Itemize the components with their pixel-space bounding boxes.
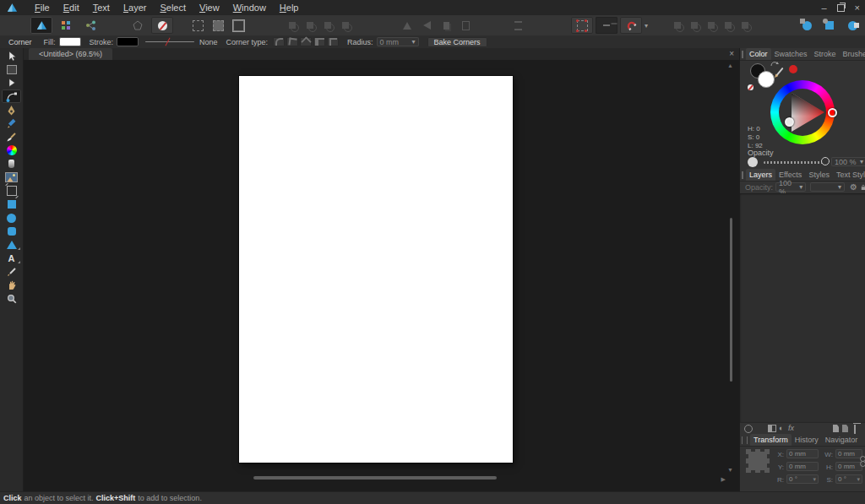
tab-layers[interactable]: Layers — [746, 169, 775, 181]
move-whole-pixels-button[interactable] — [596, 17, 617, 34]
pentagon-style-button[interactable] — [127, 17, 149, 34]
panel-grip[interactable] — [742, 436, 748, 444]
adjustment-icon[interactable]: ◐ — [779, 425, 783, 432]
tab-close-icon[interactable]: × — [729, 49, 734, 58]
canvas-area[interactable]: ▲ ▼ ▶ — [24, 60, 739, 491]
new-layer-icon[interactable] — [833, 425, 839, 432]
radius-input[interactable]: 0 mm▾ — [377, 37, 419, 46]
tool-pencil[interactable] — [0, 117, 23, 130]
fill-swatch[interactable] — [59, 37, 81, 46]
menu-text[interactable]: Text — [86, 3, 117, 13]
menu-file[interactable]: File — [28, 3, 57, 13]
tool-zoom[interactable] — [0, 292, 23, 306]
tool-rounded-rectangle[interactable] — [0, 225, 23, 238]
tool-node[interactable] — [0, 76, 23, 89]
opacity-color-swatch[interactable] — [748, 157, 758, 167]
scroll-down-icon[interactable]: ▼ — [727, 467, 733, 473]
insert-on-top-button[interactable] — [820, 17, 839, 34]
marquee-solid-button[interactable] — [210, 17, 226, 34]
scroll-up-icon[interactable]: ▲ — [727, 62, 733, 68]
fill-color-well[interactable] — [758, 71, 775, 88]
opacity-input[interactable]: 100 %▾ — [831, 157, 865, 166]
tool-vector-crop[interactable] — [0, 184, 23, 198]
vertical-scrollbar[interactable] — [730, 218, 732, 382]
link-dimensions-icon[interactable] — [860, 456, 865, 462]
opacity-slider-knob[interactable] — [821, 157, 830, 165]
tool-color-picker[interactable] — [0, 265, 23, 279]
insert-behind-button[interactable] — [797, 17, 816, 34]
new-group-icon[interactable] — [842, 425, 848, 432]
designer-persona-button[interactable] — [30, 17, 52, 34]
tool-vector-brush[interactable] — [0, 130, 23, 144]
tool-triangle[interactable] — [0, 238, 23, 252]
opacity-slider[interactable] — [764, 161, 824, 164]
tool-artboard[interactable] — [0, 62, 23, 76]
menu-help[interactable]: Help — [273, 3, 306, 13]
transform-cage-button[interactable] — [231, 17, 246, 34]
edit-all-layers-icon[interactable] — [744, 425, 753, 433]
tool-place-image[interactable] — [0, 171, 23, 184]
hue-selector[interactable] — [828, 108, 837, 117]
fx-icon[interactable]: fx — [788, 425, 794, 432]
menu-view[interactable]: View — [193, 3, 226, 13]
layers-list[interactable] — [740, 193, 865, 422]
delete-layer-icon[interactable] — [854, 425, 856, 434]
menu-window[interactable]: Window — [226, 3, 273, 13]
panel-grip[interactable] — [742, 51, 743, 58]
tab-text-styles[interactable]: Text Styles — [833, 169, 865, 181]
pixel-persona-button[interactable] — [55, 17, 77, 34]
tool-corner[interactable] — [2, 89, 21, 103]
tool-ellipse[interactable] — [0, 211, 23, 225]
transform-anchor-selector[interactable] — [748, 452, 767, 470]
tab-styles[interactable]: Styles — [805, 169, 833, 181]
panel-grip[interactable] — [742, 171, 743, 179]
scroll-right-icon[interactable]: ▶ — [721, 476, 726, 482]
sl-selector[interactable] — [785, 117, 794, 127]
tab-history[interactable]: History — [792, 434, 822, 446]
tool-pen[interactable] — [0, 103, 23, 117]
no-style-button[interactable] — [151, 17, 173, 34]
tool-move[interactable] — [0, 49, 23, 62]
menu-edit[interactable]: Edit — [57, 3, 86, 13]
tool-artistic-text[interactable]: A — [0, 252, 23, 265]
h-input[interactable]: 0 mm — [835, 462, 862, 471]
restore-button[interactable] — [837, 4, 845, 12]
horizontal-scrollbar[interactable] — [253, 476, 497, 480]
bake-corners-button[interactable]: Bake Corners — [427, 37, 487, 47]
tab-navigator[interactable]: Navigator — [822, 434, 862, 446]
tab-transform[interactable]: Transform — [750, 434, 792, 446]
document-page[interactable] — [239, 76, 513, 463]
menu-select[interactable]: Select — [153, 3, 193, 13]
picked-color-swatch[interactable] — [789, 65, 797, 73]
mask-layer-icon[interactable] — [768, 425, 776, 432]
tab-stroke[interactable]: Stroke — [811, 48, 840, 60]
y-input[interactable]: 0 mm — [786, 462, 819, 471]
tab-brushes[interactable]: Brushes — [840, 48, 865, 60]
w-input[interactable]: 0 mm — [835, 449, 862, 458]
blend-mode-input[interactable]: ▾ — [810, 182, 845, 192]
minimize-button[interactable]: – — [821, 3, 826, 13]
snapping-dropdown-caret[interactable]: ▾ — [645, 22, 648, 30]
lock-icon[interactable] — [861, 183, 865, 192]
marquee-grid-button[interactable] — [190, 17, 205, 34]
tool-view-hand[interactable] — [0, 279, 23, 292]
layers-opacity-input[interactable]: 100 %▾ — [775, 182, 806, 192]
tool-fill[interactable] — [0, 144, 23, 157]
insert-inside-button[interactable] — [843, 17, 862, 34]
shear-input[interactable]: 0 °▾ — [835, 474, 862, 484]
export-persona-button[interactable] — [79, 17, 101, 34]
color-triangle[interactable] — [779, 89, 826, 136]
tab-swatches[interactable]: Swatches — [771, 48, 811, 60]
swap-colors-icon[interactable] — [770, 61, 779, 69]
menu-layer[interactable]: Layer — [117, 3, 154, 13]
rotation-input[interactable]: 0 °▾ — [786, 474, 819, 484]
document-tab[interactable]: <Untitled> (69.5%) — [29, 48, 112, 60]
snapping-button[interactable] — [620, 17, 642, 34]
tool-transparency[interactable] — [0, 157, 23, 171]
layer-settings-gear-icon[interactable]: ⚙ — [850, 182, 857, 192]
stroke-width-slider[interactable] — [145, 41, 194, 42]
close-button[interactable]: × — [855, 3, 860, 13]
no-color-icon[interactable] — [748, 84, 753, 90]
tab-color[interactable]: Color — [746, 48, 771, 60]
x-input[interactable]: 0 mm — [786, 449, 819, 458]
